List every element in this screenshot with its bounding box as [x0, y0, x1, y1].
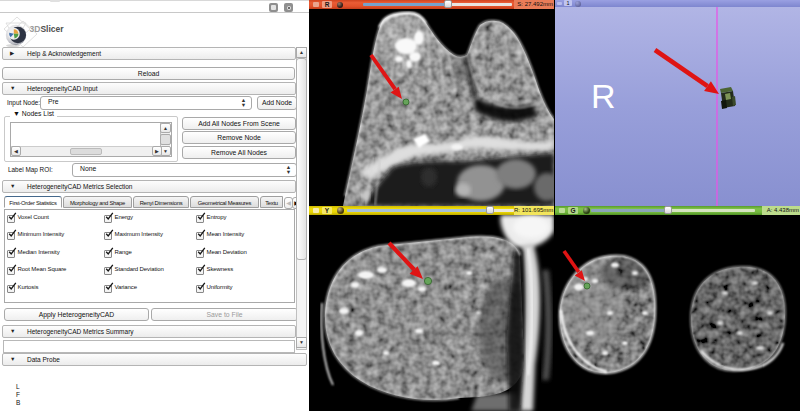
svg-text:R: R: [591, 77, 616, 115]
